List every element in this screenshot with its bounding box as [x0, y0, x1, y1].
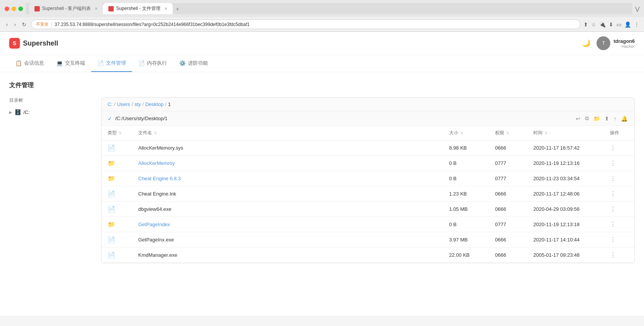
file-name-cell: GetPageInx.exe [132, 232, 443, 248]
sort-size-icon: ⇅ [460, 131, 463, 135]
reload-button[interactable]: ↻ [20, 21, 28, 28]
tab-memory[interactable]: 📄 内存执行 [132, 55, 173, 72]
maximize-button[interactable] [18, 7, 23, 11]
file-table-body: 📄 AllocKerMemory.sys 8.98 KB 0666 2020-1… [101, 140, 634, 263]
close-button[interactable] [5, 7, 9, 11]
menu-icon[interactable]: ⋮ [634, 21, 639, 28]
user-section: T tdragon6 Hacker [597, 36, 635, 50]
new-tab-button[interactable]: + [173, 4, 182, 14]
action-menu-button[interactable]: ⋮ [610, 145, 617, 151]
folder-icon: 📁 [108, 160, 115, 166]
file-name-link[interactable]: GetPageIndex [138, 222, 170, 227]
tab-terminal[interactable]: 💻 交互终端 [50, 55, 91, 72]
profile-icon[interactable]: 👤 [624, 21, 631, 28]
sort-type-icon: ⇅ [119, 131, 122, 135]
file-time-cell: 2020-11-23 03:34:54 [527, 171, 604, 186]
browser-toolbar-right: ⋁ [635, 6, 639, 12]
tab-session[interactable]: 📋 会话信息 [9, 55, 50, 72]
theme-toggle-icon[interactable]: 🌙 [582, 39, 590, 47]
file-icon: 📄 [108, 236, 115, 243]
file-time-cell: 2020-11-17 16:57:42 [527, 140, 604, 156]
file-size-cell: 3.97 MB [443, 232, 489, 248]
file-time-cell: 2020-11-17 14:10:44 [527, 232, 604, 248]
breadcrumb-sep-1: / [114, 101, 116, 107]
breadcrumb-sty[interactable]: sty [134, 101, 141, 107]
files-icon: 📄 [97, 60, 104, 66]
file-type-cell: 📄 [101, 202, 132, 217]
tab-terminal-label: 交互终端 [65, 60, 85, 67]
file-panel: C: / Users / sty / Desktop / 1 ✓ [101, 97, 635, 263]
path-copy-button[interactable]: ⧉ [584, 114, 590, 122]
tabs-bar: Supershell - 客户端列表 ✕ Supershell - 文件管理 ✕… [26, 3, 632, 14]
sidebar-toggle-icon[interactable]: ▭ [616, 21, 621, 28]
col-permissions: 权限 ⇅ [489, 126, 527, 140]
action-menu-button[interactable]: ⋮ [610, 221, 617, 228]
tab-advanced-label: 进阶功能 [188, 60, 208, 67]
table-row: 📄 KmdManager.exe 22.00 KB 0666 2005-01-1… [101, 248, 634, 263]
path-input[interactable] [115, 116, 572, 121]
user-role: Hacker [613, 44, 635, 49]
security-warning: 不安全 [36, 21, 49, 27]
path-notify-button[interactable]: 🔔 [620, 115, 628, 122]
window-controls-icon: ⋁ [635, 6, 639, 12]
file-action-cell: ⋮ [604, 202, 634, 217]
path-confirm-icon[interactable]: ✓ [108, 116, 112, 122]
browser-tab-2[interactable]: Supershell - 文件管理 ✕ [103, 3, 172, 14]
sort-perm-icon: ⇅ [506, 131, 509, 135]
action-menu-button[interactable]: ⋮ [610, 175, 617, 182]
breadcrumb-users[interactable]: Users [117, 101, 130, 107]
app-header: S Supershell 🌙 T tdragon6 Hacker [0, 32, 644, 55]
path-newfolder-button[interactable]: 📁 [593, 115, 601, 122]
action-menu-button[interactable]: ⋮ [610, 191, 617, 197]
file-name-link[interactable]: Cheat Engine 6.8.3 [138, 176, 181, 181]
tab-advanced[interactable]: ⚙️ 进阶功能 [173, 55, 214, 72]
breadcrumb-c[interactable]: C: [108, 101, 113, 107]
file-action-cell: ⋮ [604, 186, 634, 202]
back-button[interactable]: ‹ [5, 21, 10, 28]
main-layout: 目录树 ▶ 🗄️ /C: C: / Users / sty [9, 97, 635, 263]
file-type-cell: 📄 [101, 248, 132, 263]
bookmark-icon[interactable]: ☆ [591, 21, 596, 28]
col-type: 类型 ⇅ [101, 126, 132, 140]
address-separator: | [51, 22, 52, 27]
terminal-icon: 💻 [56, 60, 63, 66]
tab-files[interactable]: 📄 文件管理 [91, 55, 132, 72]
file-type-cell: 📁 [101, 171, 132, 186]
share-icon[interactable]: ⬆ [584, 21, 588, 28]
extensions-icon[interactable]: 🔌 [599, 21, 606, 28]
file-type-cell: 📄 [101, 140, 132, 156]
path-upload-button[interactable]: ⬆ [604, 115, 610, 122]
file-size-cell: 22.00 KB [443, 248, 489, 263]
forward-button[interactable]: › [13, 21, 18, 28]
file-action-cell: ⋮ [604, 171, 634, 186]
col-size: 大小 ⇅ [443, 126, 489, 140]
file-permissions-cell: 0666 [489, 232, 527, 248]
file-action-cell: ⋮ [604, 140, 634, 156]
file-name: KmdManager.exe [138, 252, 177, 258]
file-size-cell: 1.05 MB [443, 202, 489, 217]
path-back-button[interactable]: ↩ [575, 115, 581, 122]
page-title: 文件管理 [9, 82, 635, 90]
tab-files-label: 文件管理 [106, 60, 126, 67]
address-bar[interactable]: 不安全 | 37.235.53.74:8888/supershell/sessi… [31, 20, 580, 29]
path-refresh-button[interactable]: ↑ [613, 115, 617, 122]
tab-1-close[interactable]: ✕ [95, 7, 98, 11]
minimize-button[interactable] [11, 7, 16, 11]
action-menu-button[interactable]: ⋮ [610, 236, 617, 243]
file-size-cell: 0 B [443, 217, 489, 232]
breadcrumb-desktop[interactable]: Desktop [145, 101, 163, 107]
browser-tab-1[interactable]: Supershell - 客户端列表 ✕ [29, 3, 103, 14]
file-action-cell: ⋮ [604, 156, 634, 171]
app-logo: S Supershell [9, 38, 58, 49]
download-icon[interactable]: ⬇ [609, 21, 613, 28]
advanced-icon: ⚙️ [179, 60, 186, 66]
tree-item-c[interactable]: ▶ 🗄️ /C: [9, 108, 95, 117]
action-menu-button[interactable]: ⋮ [610, 206, 617, 212]
file-name-link[interactable]: AllocKerMemroy [138, 160, 175, 166]
action-menu-button[interactable]: ⋮ [610, 252, 617, 258]
tab-2-close[interactable]: ✕ [164, 7, 167, 11]
action-menu-button[interactable]: ⋮ [610, 160, 617, 166]
file-time-cell: 2020-04-29 03:09:56 [527, 202, 604, 217]
user-name: tdragon6 [613, 38, 635, 44]
file-icon: 📄 [108, 145, 115, 151]
